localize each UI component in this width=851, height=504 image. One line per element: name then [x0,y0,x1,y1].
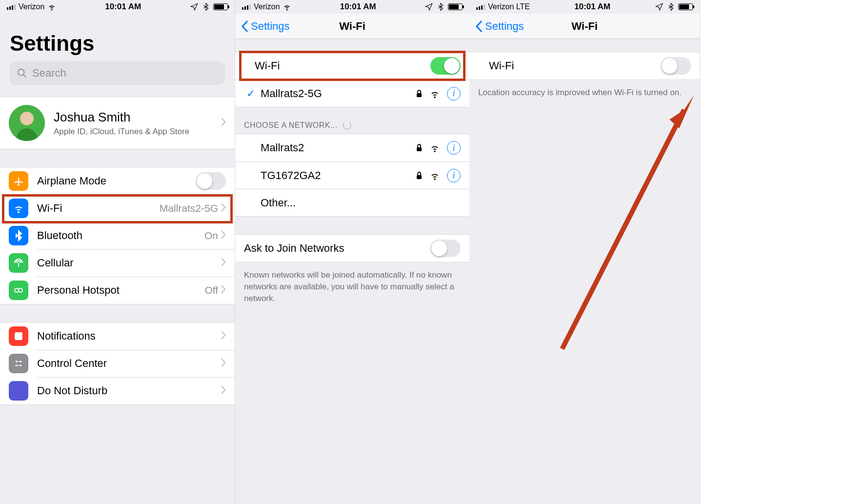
row-value: Off [204,284,218,296]
search-input[interactable]: Search [10,61,225,85]
row-wifi[interactable]: Wi-Fi Mallrats2-5G [0,195,235,222]
bluetooth-status-icon [667,2,675,11]
row-label: Airplane Mode [37,175,196,187]
row-hotspot[interactable]: Personal Hotspot Off [0,277,235,304]
row-label: Personal Hotspot [37,284,204,297]
chevron-right-icon [221,258,226,268]
network-row[interactable]: Other... [235,189,469,216]
chevron-right-icon [221,230,226,241]
airplane-icon [9,171,28,191]
row-dnd[interactable]: Do Not Disturb [0,377,235,404]
status-bar: Verizon 10:01 AM [235,0,469,14]
panel-settings: Verizon 10:01 AM Settings Search Joshua … [0,0,235,504]
svg-point-9 [16,361,18,363]
wifi-off-footer: Location accuracy is improved when Wi-Fi… [469,80,700,99]
svg-point-6 [19,288,22,292]
chevron-left-icon [475,20,483,33]
row-label: Notifications [37,330,221,343]
hotspot-icon [9,281,28,300]
wifi-status-icon [47,2,56,11]
svg-line-16 [562,110,684,349]
row-label: Do Not Disturb [37,384,221,397]
wifi-toggle-label: Wi-Fi [489,60,661,72]
carrier-label: Verizon LTE [488,2,530,11]
airplane-toggle[interactable] [196,172,226,190]
svg-point-11 [20,364,21,366]
panel-wifi-off: Verizon LTE 10:01 AM Settings Wi-Fi Wi-F… [469,0,700,504]
control-center-icon [9,354,28,373]
wifi-toggle-row[interactable]: Wi-Fi [235,52,469,80]
battery-icon [448,3,463,10]
chevron-right-icon [221,118,226,128]
network-row[interactable]: TG1672GA2i [235,161,469,189]
svg-rect-13 [417,93,422,97]
location-arrow-icon [190,2,199,11]
wifi-strength-icon [429,171,440,180]
profile-sub: Apple ID, iCloud, iTunes & App Store [54,127,221,137]
row-airplane-mode[interactable]: Airplane Mode [0,167,235,195]
status-time: 10:01 AM [574,2,610,12]
wifi-toggle-row[interactable]: Wi-Fi [469,52,700,80]
chevron-right-icon [221,285,226,296]
moon-icon [9,381,28,401]
location-arrow-icon [425,2,433,11]
row-bluetooth[interactable]: Bluetooth On [0,222,235,249]
wifi-toggle-label: Wi-Fi [255,60,430,72]
ask-footer: Known networks will be joined automatica… [235,262,469,304]
nav-bar: Settings Wi-Fi [469,14,700,39]
nav-bar: Settings Wi-Fi [235,14,469,39]
info-icon[interactable]: i [447,141,461,155]
row-label: Bluetooth [37,229,204,242]
chevron-right-icon [221,331,226,342]
chevron-left-icon [241,20,249,33]
annotation-arrow [552,95,704,354]
connected-network-row[interactable]: ✓ Mallrats2-5G i [235,80,469,107]
signal-bars-icon [242,4,251,10]
network-ssid: Mallrats2 [261,141,416,154]
battery-icon [678,3,693,10]
profile-name: Joshua Smith [54,110,221,125]
svg-rect-4 [18,263,19,267]
spinner-icon [343,121,351,130]
row-control-center[interactable]: Control Center [0,350,235,377]
ask-label: Ask to Join Networks [244,242,430,255]
choose-network-label: CHOOSE A NETWORK... [244,121,338,130]
svg-line-1 [23,75,26,78]
wifi-toggle[interactable] [430,57,461,75]
wifi-icon [9,199,28,218]
info-icon[interactable]: i [447,169,461,182]
row-label: Cellular [37,257,221,269]
choose-network-header: CHOOSE A NETWORK... [235,107,469,134]
row-notifications[interactable]: Notifications [0,323,235,350]
ask-to-join-row[interactable]: Ask to Join Networks [235,235,469,262]
row-label: Wi-Fi [37,202,160,215]
ask-toggle[interactable] [430,240,461,257]
status-time: 10:01 AM [105,2,141,12]
svg-point-3 [20,112,34,125]
bluetooth-icon [9,226,28,245]
apple-id-row[interactable]: Joshua Smith Apple ID, iCloud, iTunes & … [0,97,235,149]
notifications-icon [9,326,28,346]
back-button[interactable]: Settings [475,20,524,33]
bluetooth-status-icon [436,2,445,11]
lock-icon [416,171,423,180]
bluetooth-status-icon [202,2,210,11]
network-row[interactable]: Mallrats2i [235,134,469,161]
avatar [9,105,45,141]
chevron-right-icon [221,385,226,396]
info-icon[interactable]: i [447,87,461,101]
wifi-status-icon [283,2,291,11]
svg-rect-12 [15,365,19,366]
connected-ssid: Mallrats2-5G [261,87,416,100]
row-value: Mallrats2-5G [160,202,218,214]
wifi-toggle[interactable] [661,57,691,75]
svg-rect-15 [417,175,422,179]
lock-icon [416,143,423,152]
lock-icon [416,89,423,98]
svg-marker-17 [669,95,694,128]
back-button[interactable]: Settings [241,20,290,33]
row-cellular[interactable]: Cellular [0,249,235,277]
row-value: On [204,230,218,242]
back-label: Settings [251,20,290,33]
carrier-label: Verizon [19,2,44,11]
